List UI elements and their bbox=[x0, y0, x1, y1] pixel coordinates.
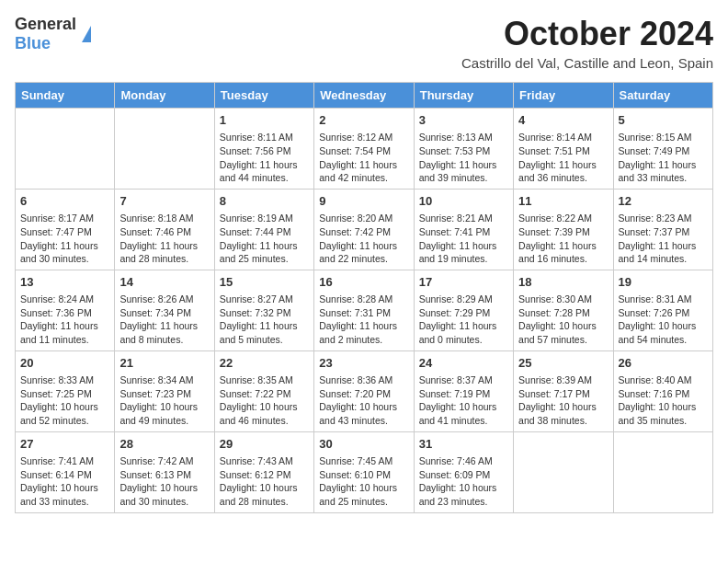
day-info: Sunrise: 8:18 AMSunset: 7:46 PMDaylight:… bbox=[119, 212, 209, 266]
day-info: Sunrise: 8:20 AMSunset: 7:42 PMDaylight:… bbox=[319, 212, 408, 266]
day-number: 9 bbox=[319, 193, 408, 210]
logo-general: General bbox=[15, 15, 76, 33]
day-info: Sunrise: 8:28 AMSunset: 7:31 PMDaylight:… bbox=[319, 293, 408, 347]
day-info: Sunrise: 8:12 AMSunset: 7:54 PMDaylight:… bbox=[319, 131, 408, 185]
day-number: 12 bbox=[619, 193, 708, 210]
day-info: Sunrise: 8:30 AMSunset: 7:28 PMDaylight:… bbox=[518, 293, 608, 347]
day-number: 19 bbox=[619, 274, 708, 291]
day-info: Sunrise: 8:33 AMSunset: 7:25 PMDaylight:… bbox=[20, 373, 109, 428]
logo: General Blue bbox=[15, 15, 91, 53]
calendar-cell: 23Sunrise: 8:36 AMSunset: 7:20 PMDayligh… bbox=[314, 350, 414, 431]
day-info: Sunrise: 7:45 AMSunset: 6:10 PMDaylight:… bbox=[319, 454, 408, 509]
calendar-week-5: 27Sunrise: 7:41 AMSunset: 6:14 PMDayligh… bbox=[16, 431, 713, 512]
calendar-cell: 14Sunrise: 8:26 AMSunset: 7:34 PMDayligh… bbox=[115, 270, 214, 350]
day-number: 5 bbox=[619, 112, 708, 129]
day-number: 16 bbox=[319, 274, 408, 291]
calendar-week-4: 20Sunrise: 8:33 AMSunset: 7:25 PMDayligh… bbox=[16, 350, 713, 431]
calendar-cell: 29Sunrise: 7:43 AMSunset: 6:12 PMDayligh… bbox=[214, 431, 313, 512]
day-number: 22 bbox=[220, 355, 309, 372]
day-number: 13 bbox=[20, 274, 109, 291]
day-number: 18 bbox=[518, 274, 608, 291]
calendar-header-friday: Friday bbox=[514, 83, 613, 109]
calendar-header-thursday: Thursday bbox=[414, 83, 513, 109]
calendar-cell: 16Sunrise: 8:28 AMSunset: 7:31 PMDayligh… bbox=[314, 270, 414, 350]
day-number: 2 bbox=[319, 112, 408, 129]
calendar-cell: 12Sunrise: 8:23 AMSunset: 7:37 PMDayligh… bbox=[613, 189, 712, 270]
calendar-table: SundayMondayTuesdayWednesdayThursdayFrid… bbox=[15, 82, 713, 513]
day-number: 8 bbox=[220, 193, 309, 210]
month-title: October 2024 bbox=[461, 15, 713, 53]
calendar-header-wednesday: Wednesday bbox=[314, 83, 414, 109]
calendar-cell: 7Sunrise: 8:18 AMSunset: 7:46 PMDaylight… bbox=[115, 189, 214, 270]
day-info: Sunrise: 8:21 AMSunset: 7:41 PMDaylight:… bbox=[419, 212, 508, 266]
day-info: Sunrise: 8:23 AMSunset: 7:37 PMDaylight:… bbox=[619, 212, 708, 266]
day-info: Sunrise: 8:19 AMSunset: 7:44 PMDaylight:… bbox=[220, 212, 309, 266]
day-info: Sunrise: 7:43 AMSunset: 6:12 PMDaylight:… bbox=[220, 454, 309, 509]
day-info: Sunrise: 8:36 AMSunset: 7:20 PMDaylight:… bbox=[319, 373, 408, 428]
calendar-cell: 1Sunrise: 8:11 AMSunset: 7:56 PMDaylight… bbox=[214, 109, 313, 190]
calendar-cell: 6Sunrise: 8:17 AMSunset: 7:47 PMDaylight… bbox=[16, 189, 115, 270]
logo-triangle-icon bbox=[82, 26, 91, 42]
day-number: 30 bbox=[319, 436, 408, 453]
calendar-header-saturday: Saturday bbox=[613, 83, 712, 109]
calendar-cell bbox=[115, 109, 214, 190]
day-info: Sunrise: 8:22 AMSunset: 7:39 PMDaylight:… bbox=[518, 212, 608, 266]
calendar-cell: 31Sunrise: 7:46 AMSunset: 6:09 PMDayligh… bbox=[414, 431, 513, 512]
calendar-week-1: 1Sunrise: 8:11 AMSunset: 7:56 PMDaylight… bbox=[16, 109, 713, 190]
calendar-cell: 30Sunrise: 7:45 AMSunset: 6:10 PMDayligh… bbox=[314, 431, 414, 512]
calendar-week-3: 13Sunrise: 8:24 AMSunset: 7:36 PMDayligh… bbox=[16, 270, 713, 350]
calendar-cell bbox=[613, 431, 712, 512]
calendar-cell: 25Sunrise: 8:39 AMSunset: 7:17 PMDayligh… bbox=[514, 350, 613, 431]
day-number: 10 bbox=[419, 193, 508, 210]
day-info: Sunrise: 8:27 AMSunset: 7:32 PMDaylight:… bbox=[220, 293, 309, 347]
calendar-cell: 17Sunrise: 8:29 AMSunset: 7:29 PMDayligh… bbox=[414, 270, 513, 350]
calendar-cell: 27Sunrise: 7:41 AMSunset: 6:14 PMDayligh… bbox=[16, 431, 115, 512]
calendar-header-tuesday: Tuesday bbox=[214, 83, 313, 109]
day-number: 24 bbox=[419, 355, 508, 372]
calendar-cell: 8Sunrise: 8:19 AMSunset: 7:44 PMDaylight… bbox=[214, 189, 313, 270]
day-info: Sunrise: 8:24 AMSunset: 7:36 PMDaylight:… bbox=[20, 293, 109, 347]
calendar-cell: 19Sunrise: 8:31 AMSunset: 7:26 PMDayligh… bbox=[613, 270, 712, 350]
calendar-cell: 26Sunrise: 8:40 AMSunset: 7:16 PMDayligh… bbox=[613, 350, 712, 431]
calendar-cell: 24Sunrise: 8:37 AMSunset: 7:19 PMDayligh… bbox=[414, 350, 513, 431]
calendar-cell bbox=[514, 431, 613, 512]
calendar-cell: 3Sunrise: 8:13 AMSunset: 7:53 PMDaylight… bbox=[414, 109, 513, 190]
day-info: Sunrise: 8:13 AMSunset: 7:53 PMDaylight:… bbox=[419, 131, 508, 185]
calendar-cell: 21Sunrise: 8:34 AMSunset: 7:23 PMDayligh… bbox=[115, 350, 214, 431]
day-number: 28 bbox=[119, 436, 209, 453]
calendar-cell: 2Sunrise: 8:12 AMSunset: 7:54 PMDaylight… bbox=[314, 109, 414, 190]
day-number: 6 bbox=[20, 193, 109, 210]
day-info: Sunrise: 8:29 AMSunset: 7:29 PMDaylight:… bbox=[419, 293, 508, 347]
day-number: 17 bbox=[419, 274, 508, 291]
calendar-cell bbox=[16, 109, 115, 190]
calendar-header-sunday: Sunday bbox=[16, 83, 115, 109]
calendar-cell: 28Sunrise: 7:42 AMSunset: 6:13 PMDayligh… bbox=[115, 431, 214, 512]
logo-text: General Blue bbox=[15, 15, 76, 53]
day-number: 25 bbox=[518, 355, 608, 372]
day-info: Sunrise: 7:41 AMSunset: 6:14 PMDaylight:… bbox=[20, 454, 109, 509]
day-number: 11 bbox=[518, 193, 608, 210]
day-info: Sunrise: 8:37 AMSunset: 7:19 PMDaylight:… bbox=[419, 373, 508, 428]
day-number: 4 bbox=[518, 112, 608, 129]
day-number: 3 bbox=[419, 112, 508, 129]
day-info: Sunrise: 7:42 AMSunset: 6:13 PMDaylight:… bbox=[119, 454, 209, 509]
day-info: Sunrise: 8:17 AMSunset: 7:47 PMDaylight:… bbox=[20, 212, 109, 266]
day-number: 26 bbox=[619, 355, 708, 372]
day-info: Sunrise: 8:14 AMSunset: 7:51 PMDaylight:… bbox=[518, 131, 608, 185]
calendar-header-row: SundayMondayTuesdayWednesdayThursdayFrid… bbox=[16, 83, 713, 109]
day-number: 23 bbox=[319, 355, 408, 372]
day-info: Sunrise: 8:40 AMSunset: 7:16 PMDaylight:… bbox=[619, 373, 708, 428]
header: General Blue October 2024 Castrillo del … bbox=[15, 15, 713, 71]
day-info: Sunrise: 8:31 AMSunset: 7:26 PMDaylight:… bbox=[619, 293, 708, 347]
calendar-cell: 22Sunrise: 8:35 AMSunset: 7:22 PMDayligh… bbox=[214, 350, 313, 431]
calendar-cell: 4Sunrise: 8:14 AMSunset: 7:51 PMDaylight… bbox=[514, 109, 613, 190]
day-number: 20 bbox=[20, 355, 109, 372]
calendar-cell: 15Sunrise: 8:27 AMSunset: 7:32 PMDayligh… bbox=[214, 270, 313, 350]
day-number: 1 bbox=[220, 112, 309, 129]
calendar-cell: 5Sunrise: 8:15 AMSunset: 7:49 PMDaylight… bbox=[613, 109, 712, 190]
logo-blue: Blue bbox=[15, 34, 51, 52]
day-number: 31 bbox=[419, 436, 508, 453]
day-number: 27 bbox=[20, 436, 109, 453]
day-number: 21 bbox=[119, 355, 209, 372]
calendar-cell: 9Sunrise: 8:20 AMSunset: 7:42 PMDaylight… bbox=[314, 189, 414, 270]
